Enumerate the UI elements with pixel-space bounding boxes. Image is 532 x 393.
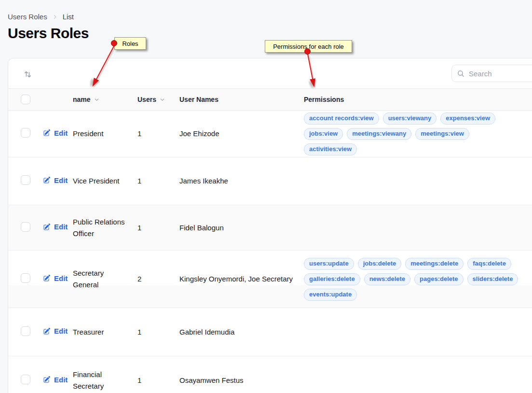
user-names-cell: Gabriel Idemudia xyxy=(179,326,304,338)
row-edit-cell: Edit xyxy=(43,176,73,186)
edit-label: Edit xyxy=(54,274,68,282)
edit-button[interactable]: Edit xyxy=(43,176,68,184)
role-name-cell: Public Relations Officer xyxy=(73,216,137,239)
row-edit-cell: Edit xyxy=(43,223,73,233)
permission-badges: users:updatejobs:deletemeetings:deletefa… xyxy=(304,258,522,301)
table-row: Edit Vice President 1 James Ikeakhe xyxy=(8,157,532,205)
row-checkbox-cell xyxy=(21,175,43,187)
user-names-cell: James Ikeakhe xyxy=(179,175,304,187)
users-count-cell: 2 xyxy=(137,273,179,285)
permission-badges: account records:viewusers:viewanyexpense… xyxy=(304,112,522,155)
edit-label: Edit xyxy=(54,176,68,184)
chevron-right-icon xyxy=(52,14,58,20)
row-checkbox[interactable] xyxy=(21,375,30,384)
row-edit-cell: Edit xyxy=(43,376,73,386)
user-names: Osayamwen Festus xyxy=(179,376,244,384)
row-checkbox[interactable] xyxy=(21,273,30,283)
edit-button[interactable]: Edit xyxy=(43,223,68,231)
permission-badge: account records:view xyxy=(304,112,379,125)
edit-label: Edit xyxy=(54,327,68,335)
table-row: Edit Treasurer 1 Gabriel Idemudia xyxy=(8,308,532,356)
header-user-names: User Names xyxy=(179,96,304,103)
user-names: Kingsley Onyemordi, Joe Secretary xyxy=(179,275,293,283)
user-names-cell: Fidel Balogun xyxy=(179,222,304,234)
permission-badge: expenses:view xyxy=(440,112,495,125)
pencil-square-icon xyxy=(43,129,51,137)
role-name: President xyxy=(73,129,103,138)
users-count: 1 xyxy=(137,177,141,185)
pencil-square-icon xyxy=(43,274,51,282)
role-name-cell: Secretary General xyxy=(73,267,137,291)
user-names-cell: Osayamwen Festus xyxy=(179,375,304,386)
edit-label: Edit xyxy=(54,223,68,231)
table-header-row: name Users User Names Permissions xyxy=(8,88,532,111)
row-checkbox-cell xyxy=(21,326,43,338)
sort-button[interactable] xyxy=(22,68,34,80)
role-name: Financial Secretary xyxy=(73,370,104,390)
user-names-cell: Joe Ehizode xyxy=(179,128,304,140)
row-checkbox-cell xyxy=(21,128,43,140)
users-count-cell: 1 xyxy=(137,375,179,386)
permission-badge: meetings:viewany xyxy=(347,128,411,140)
edit-label: Edit xyxy=(54,376,68,384)
users-count-cell: 1 xyxy=(137,222,179,234)
permission-badge: news:delete xyxy=(364,273,410,285)
search-box xyxy=(451,65,532,82)
user-names: Gabriel Idemudia xyxy=(179,328,234,336)
role-name-cell: Financial Secretary xyxy=(73,369,137,392)
edit-button[interactable]: Edit xyxy=(43,129,68,137)
row-checkbox-cell xyxy=(21,273,43,285)
users-count: 1 xyxy=(137,376,141,384)
table-row: Edit President 1 Joe Ehizode account rec… xyxy=(8,111,532,157)
table-toolbar xyxy=(8,58,532,88)
edit-button[interactable]: Edit xyxy=(43,327,68,335)
pencil-square-icon xyxy=(43,176,51,184)
role-name: Public Relations Officer xyxy=(73,218,125,238)
role-name-cell: President xyxy=(73,128,137,140)
permissions-cell: users:updatejobs:deletemeetings:deletefa… xyxy=(304,258,522,301)
users-count-cell: 1 xyxy=(137,175,179,187)
roles-annotation: Roles xyxy=(114,37,146,50)
breadcrumb-users-roles[interactable]: Users Roles xyxy=(8,13,47,21)
pencil-square-icon xyxy=(43,376,51,383)
chevron-down-icon xyxy=(94,97,100,103)
users-count-cell: 1 xyxy=(137,326,179,338)
permissions-cell: account records:viewusers:viewanyexpense… xyxy=(304,112,522,155)
search-input[interactable] xyxy=(469,70,532,78)
role-name-cell: Treasurer xyxy=(73,326,137,338)
search-icon xyxy=(457,70,465,78)
edit-button[interactable]: Edit xyxy=(43,376,68,384)
users-count: 1 xyxy=(137,129,141,138)
role-name: Secretary General xyxy=(73,269,104,289)
permission-badge: users:update xyxy=(304,258,354,270)
row-checkbox[interactable] xyxy=(21,175,30,185)
table-row: Edit Public Relations Officer 1 Fidel Ba… xyxy=(8,205,532,251)
permission-badge: jobs:view xyxy=(304,128,343,140)
header-users[interactable]: Users xyxy=(137,96,179,103)
permission-badge: activities:view xyxy=(304,143,357,155)
row-checkbox[interactable] xyxy=(21,128,30,138)
users-count: 1 xyxy=(137,328,141,336)
users-count-cell: 1 xyxy=(137,128,179,140)
sort-arrows-icon xyxy=(23,69,33,79)
permissions-annotation-dot xyxy=(304,48,311,55)
permission-badge: meetings:delete xyxy=(405,258,464,270)
row-checkbox[interactable] xyxy=(21,326,30,336)
chevron-down-icon xyxy=(159,97,165,103)
role-name: Vice President xyxy=(73,177,119,185)
row-edit-cell: Edit xyxy=(43,327,73,337)
select-all-checkbox[interactable] xyxy=(21,95,30,104)
row-edit-cell: Edit xyxy=(43,129,73,139)
permission-badge: meetings:view xyxy=(415,128,469,140)
users-count: 1 xyxy=(137,224,141,232)
row-checkbox[interactable] xyxy=(21,222,30,232)
header-name[interactable]: name xyxy=(73,96,137,103)
permission-badge: jobs:delete xyxy=(358,258,402,270)
edit-button[interactable]: Edit xyxy=(43,274,68,282)
pencil-square-icon xyxy=(43,223,51,231)
breadcrumb-list: List xyxy=(63,13,74,21)
permission-badge: sliders:delete xyxy=(467,273,518,285)
permission-badge: users:viewany xyxy=(383,112,437,125)
permission-badge: galleries:delete xyxy=(304,273,360,285)
user-names-cell: Kingsley Onyemordi, Joe Secretary xyxy=(179,273,304,285)
